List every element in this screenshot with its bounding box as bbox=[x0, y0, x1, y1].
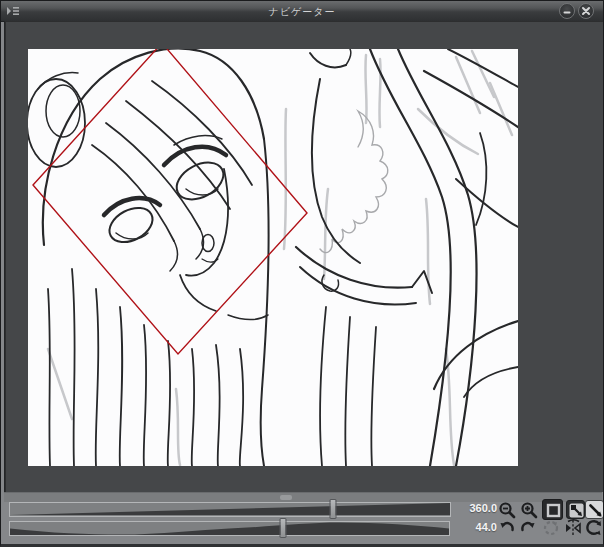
actual-size-button[interactable] bbox=[542, 499, 563, 520]
window-title: ナビゲーター bbox=[1, 5, 603, 19]
minimize-button[interactable] bbox=[559, 3, 575, 19]
rotation-slider[interactable] bbox=[9, 521, 450, 536]
fit-to-window-button[interactable] bbox=[585, 500, 604, 519]
navigator-controls: 360.0 bbox=[1, 501, 604, 545]
canvas-preview[interactable] bbox=[28, 49, 518, 466]
zoom-out-button[interactable] bbox=[498, 501, 516, 519]
reset-view-button[interactable] bbox=[584, 518, 604, 538]
zoom-in-button[interactable] bbox=[520, 501, 538, 519]
zoom-value: 360.0 bbox=[451, 502, 497, 514]
zoom-slider[interactable] bbox=[9, 502, 451, 517]
titlebar[interactable]: ナビゲーター bbox=[1, 1, 603, 22]
close-icon bbox=[581, 6, 591, 16]
zoom-slider-handle[interactable] bbox=[330, 499, 337, 519]
rotation-slider-handle[interactable] bbox=[279, 518, 286, 538]
reset-rotation-button[interactable] bbox=[541, 518, 561, 538]
flip-horizontal-button[interactable] bbox=[563, 518, 583, 538]
fit-to-screen-button[interactable] bbox=[566, 500, 585, 519]
close-button[interactable] bbox=[578, 3, 594, 19]
minimize-icon bbox=[562, 6, 572, 16]
rotation-value: 44.0 bbox=[451, 521, 497, 533]
rotate-cw-button[interactable] bbox=[519, 519, 537, 537]
scroll-nub[interactable] bbox=[280, 495, 292, 500]
rotate-ccw-button[interactable] bbox=[498, 519, 516, 537]
zoom-slider-wedge bbox=[10, 503, 450, 516]
fit-to-screen-icon bbox=[568, 502, 585, 519]
fit-to-window-icon bbox=[587, 502, 604, 519]
navigator-window: ナビゲーター bbox=[0, 0, 604, 547]
canvas-artwork bbox=[28, 49, 518, 466]
rotation-slider-wave bbox=[10, 522, 449, 535]
canvas-viewport[interactable] bbox=[4, 21, 603, 492]
